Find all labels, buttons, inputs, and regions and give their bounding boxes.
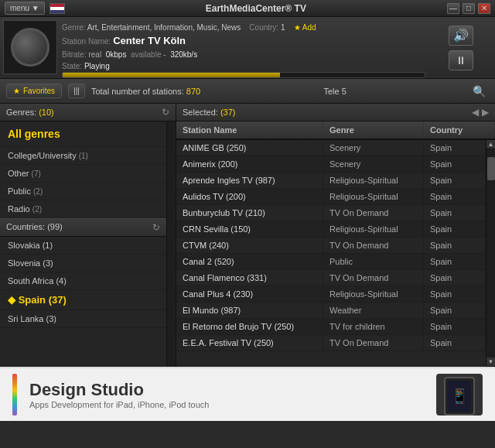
td-genre: Religious-Spiritual	[323, 221, 424, 237]
td-country: Spain	[424, 156, 486, 172]
genre-all[interactable]: All genres	[0, 121, 166, 147]
countries-refresh-icon[interactable]: ↻	[152, 222, 160, 233]
td-country: Spain	[424, 205, 486, 221]
table-row[interactable]: El Mundo (987) Weather Spain	[176, 303, 486, 319]
bitrate-kbps: 0kbps	[106, 50, 127, 59]
td-country: Spain	[424, 221, 486, 237]
td-station-name: Canal Plus 4 (230)	[176, 286, 323, 302]
table-row[interactable]: Bunburyclub TV (210) TV On Demand Spain	[176, 205, 486, 221]
selected-bullet: ◆	[8, 294, 19, 306]
scroll-down-arrow[interactable]: ▼	[486, 357, 495, 367]
td-genre: TV for children	[323, 319, 424, 334]
table-row[interactable]: Canal 2 (520) Public Spain	[176, 254, 486, 270]
favorites-button[interactable]: ★ Favorites	[6, 84, 62, 98]
progress-track	[62, 72, 425, 78]
country-slovakia[interactable]: Slovakia (1)	[0, 237, 166, 255]
title-bar: menu ▼ EarthMediaCenter® TV — □ ✕	[0, 0, 495, 17]
ad-subtitle: Apps Development for iPad, iPhone, iPod …	[29, 400, 424, 409]
ad-title: Design Studio	[29, 380, 424, 400]
playback-controls: 🔊 ⏸	[430, 20, 492, 75]
station-name-value: Center TV Köln	[113, 35, 186, 46]
genre-public[interactable]: Public (2)	[0, 183, 166, 200]
phone-icon: 📱	[451, 388, 468, 405]
td-country: Spain	[424, 319, 486, 334]
table-row[interactable]: Animerix (200) Scenery Spain	[176, 156, 486, 173]
nav-left-icon[interactable]: ◀	[472, 107, 479, 118]
left-scrollbar[interactable]	[166, 121, 176, 367]
progress-area[interactable]	[62, 72, 425, 78]
ad-phone-image: 📱	[436, 374, 483, 416]
right-panel: Selected: (37) ◀ ▶ Station Name Genre Co…	[176, 104, 495, 367]
window-controls: — □ ✕	[447, 3, 490, 14]
equalizer-button[interactable]: |||	[68, 84, 85, 98]
table-row[interactable]: CRN Sevilla (150) Religious-Spiritual Sp…	[176, 221, 486, 238]
table-header: Station Name Genre Country	[176, 121, 495, 140]
genres-header: Genres: (10) ↻	[0, 104, 176, 121]
bitrate-label: Bitrate:	[62, 50, 87, 59]
country-sri-lanka[interactable]: Sri Lanka (3)	[0, 310, 166, 328]
maximize-button[interactable]: □	[463, 3, 475, 14]
genres-line: Genre: Art, Entertainment, Information, …	[62, 22, 425, 33]
menu-button[interactable]: menu ▼	[5, 2, 45, 15]
genres-list: All genres College/University (1) Other …	[0, 121, 166, 367]
table-row[interactable]: Aulidos TV (200) Religious-Spiritual Spa…	[176, 189, 486, 205]
state-value: Playing	[84, 62, 110, 70]
td-country: Spain	[424, 254, 486, 269]
td-station-name: Aulidos TV (200)	[176, 189, 323, 204]
bitrate-line: Bitrate: real 0kbps available - 320kb/s	[62, 49, 425, 60]
td-genre: Weather	[323, 303, 424, 318]
right-scrollbar[interactable]: ▲ ▼	[486, 140, 495, 367]
main-content: Genres: (10) ↻ All genres College/Univer…	[0, 104, 495, 367]
td-genre: Religious-Spiritual	[323, 286, 424, 302]
table-row[interactable]: E.E.A. Festival TV (250) TV On Demand Sp…	[176, 335, 486, 351]
col-genre: Genre	[323, 121, 424, 139]
scroll-up-arrow[interactable]: ▲	[486, 140, 495, 149]
country-south-africa[interactable]: South Africa (4)	[0, 272, 166, 290]
nav-right-icon[interactable]: ▶	[482, 107, 489, 118]
logo-image	[11, 28, 50, 67]
genre-radio[interactable]: Radio (2)	[0, 200, 166, 218]
td-country: Spain	[424, 140, 486, 156]
station-logo	[3, 20, 57, 74]
td-station-name: CTVM (240)	[176, 238, 323, 253]
star-icon: ★	[13, 87, 20, 95]
genre-other[interactable]: Other (7)	[0, 165, 166, 183]
table-row[interactable]: CTVM (240) TV On Demand Spain	[176, 238, 486, 254]
pause-button[interactable]: ⏸	[449, 50, 473, 70]
search-button[interactable]: 🔍	[469, 84, 489, 99]
countries-divider: Countries: (99) ↻	[0, 218, 166, 237]
minimize-button[interactable]: —	[447, 3, 459, 14]
station-count: Total number of stations: 870	[91, 87, 200, 96]
table-row[interactable]: ANIME GB (250) Scenery Spain	[176, 140, 486, 156]
table-row[interactable]: Canal Plus 4 (230) Religious-Spiritual S…	[176, 286, 486, 303]
td-station-name: Animerix (200)	[176, 156, 323, 172]
country-slovenia[interactable]: Slovenia (3)	[0, 255, 166, 272]
genre-college[interactable]: College/University (1)	[0, 147, 166, 165]
country-label: Country:	[249, 23, 278, 32]
progress-fill	[63, 73, 280, 77]
flag-button[interactable]	[50, 3, 65, 14]
ad-rainbow-bar	[12, 374, 17, 416]
state-line: State: Playing	[62, 60, 425, 72]
available-value: 320kb/s	[170, 50, 197, 59]
table-row[interactable]: Canal Flamenco (331) TV On Demand Spain	[176, 270, 486, 286]
genres-header-label: Genres: (10)	[6, 108, 54, 117]
close-button[interactable]: ✕	[478, 3, 490, 14]
td-station-name: Canal Flamenco (331)	[176, 270, 323, 286]
country-spain[interactable]: ◆ Spain (37)	[0, 290, 166, 310]
app-title: EarthMediaCenter® TV	[65, 3, 447, 14]
volume-button[interactable]: 🔊	[449, 26, 473, 46]
td-country: Spain	[424, 286, 486, 302]
table-row[interactable]: El Retorno del Brujo TV (250) TV for chi…	[176, 319, 486, 335]
add-button[interactable]: ★ Add	[294, 23, 316, 32]
ad-banner: Design Studio Apps Development for iPad,…	[0, 367, 495, 421]
scroll-thumb	[487, 157, 495, 180]
available-label: available	[131, 50, 161, 59]
info-bar: Genre: Art, Entertainment, Information, …	[0, 17, 495, 79]
right-panel-inner: ANIME GB (250) Scenery Spain Animerix (2…	[176, 140, 495, 367]
right-panel-header: Selected: (37) ◀ ▶	[176, 104, 495, 121]
selected-label: Selected: (37)	[183, 108, 236, 117]
td-station-name: ANIME GB (250)	[176, 140, 323, 156]
genres-refresh-icon[interactable]: ↻	[162, 107, 169, 118]
table-row[interactable]: Aprende Ingles TV (987) Religious-Spirit…	[176, 173, 486, 189]
